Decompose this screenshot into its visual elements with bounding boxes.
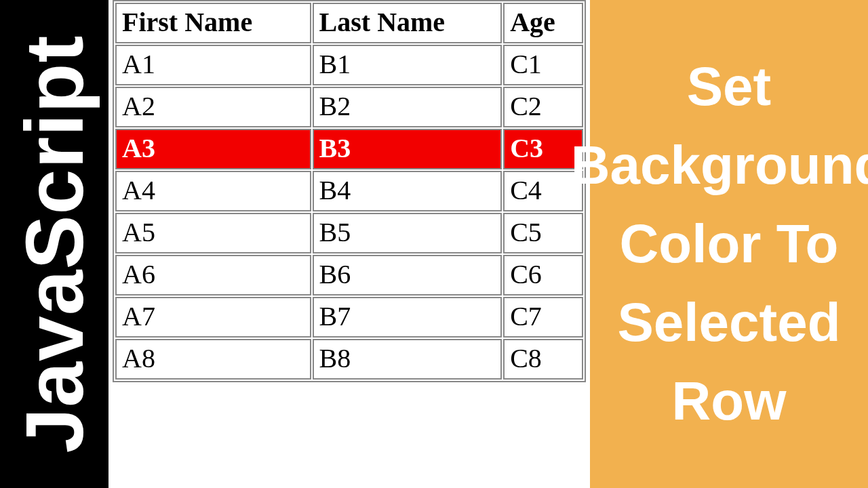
left-sidebar: JavaScript <box>0 0 108 488</box>
table-cell: A6 <box>115 255 311 296</box>
table-cell: B3 <box>313 129 502 169</box>
table-cell: A7 <box>115 297 311 338</box>
table-cell: B8 <box>313 339 502 380</box>
table-row[interactable]: A5B5C5 <box>115 213 583 253</box>
table-cell: B2 <box>313 87 502 127</box>
table-cell: B7 <box>313 297 502 338</box>
table-cell: A5 <box>115 213 311 253</box>
table-header-row: First Name Last Name Age <box>115 3 583 43</box>
table-cell: A3 <box>115 129 311 169</box>
table-row[interactable]: A7B7C7 <box>115 297 583 338</box>
table-cell: B6 <box>313 255 502 296</box>
table-cell: B4 <box>313 171 502 211</box>
table-cell: B5 <box>313 213 502 253</box>
column-header-last-name: Last Name <box>313 3 502 43</box>
table-row[interactable]: A4B4C4 <box>115 171 583 211</box>
table-row[interactable]: A2B2C2 <box>115 87 583 127</box>
table-row[interactable]: A1B1C1 <box>115 45 583 85</box>
table-row[interactable]: A8B8C8 <box>115 339 583 380</box>
column-header-age: Age <box>503 3 583 43</box>
table-row[interactable]: A6B6C6 <box>115 255 583 296</box>
table-cell: A4 <box>115 171 311 211</box>
table-cell: A8 <box>115 339 311 380</box>
table-cell: A1 <box>115 45 311 85</box>
right-sidebar: Set Background Color To Selected Row <box>590 0 868 488</box>
column-header-first-name: First Name <box>115 3 311 43</box>
table-cell: B1 <box>313 45 502 85</box>
data-table: First Name Last Name Age A1B1C1A2B2C2A3B… <box>113 0 586 382</box>
center-content: First Name Last Name Age A1B1C1A2B2C2A3B… <box>108 0 590 488</box>
right-sidebar-title: Set Background Color To Selected Row <box>571 47 868 441</box>
table-body: A1B1C1A2B2C2A3B3C3A4B4C4A5B5C5A6B6C6A7B7… <box>115 45 583 380</box>
table-row[interactable]: A3B3C3 <box>115 129 583 169</box>
table-cell: A2 <box>115 87 311 127</box>
left-sidebar-label: JavaScript <box>7 35 101 453</box>
